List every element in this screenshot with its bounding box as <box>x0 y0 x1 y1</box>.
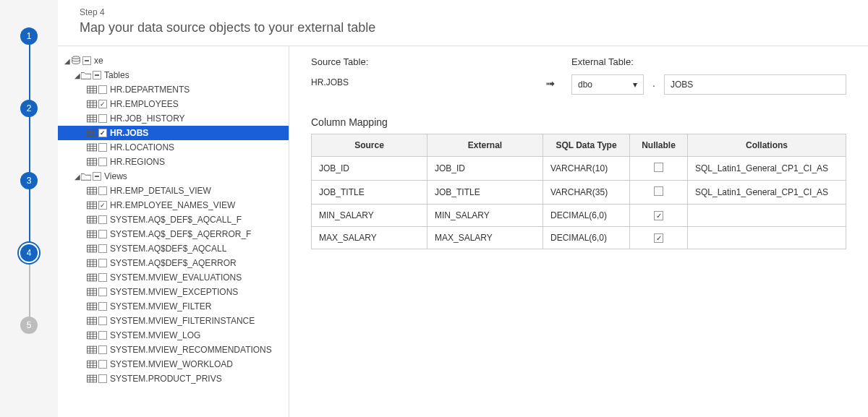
tree-checkbox[interactable] <box>98 143 107 152</box>
tree-item[interactable]: SYSTEM.AQ$DEF$_AQCALL <box>58 241 289 256</box>
nullable-checkbox[interactable] <box>654 211 663 220</box>
nullable-checkbox[interactable] <box>654 186 663 196</box>
tree-checkbox[interactable] <box>98 100 107 108</box>
cell-external[interactable]: MAX_SALARY <box>427 227 543 249</box>
step-1[interactable]: 1 <box>20 27 38 45</box>
col-header-external: External <box>427 134 543 157</box>
tree-checkbox[interactable] <box>82 56 91 65</box>
source-table-name: HR.JOBS <box>311 74 528 87</box>
cell-source[interactable]: JOB_TITLE <box>312 181 427 205</box>
tree-checkbox[interactable] <box>98 215 107 224</box>
table-row[interactable]: MIN_SALARYMIN_SALARYDECIMAL(6,0) <box>312 205 846 227</box>
svg-rect-96 <box>87 375 96 382</box>
tree-checkbox[interactable] <box>98 201 107 210</box>
tree-item[interactable]: SYSTEM.MVIEW_FILTERINSTANCE <box>58 314 289 328</box>
expand-toggle-icon[interactable]: ◢ <box>74 173 81 181</box>
tree-checkbox[interactable] <box>98 331 107 340</box>
tree-item[interactable]: HR.REGIONS <box>58 155 289 169</box>
tree-root-node[interactable]: ◢ xe <box>58 53 289 68</box>
tree-node-label: SYSTEM.PRODUCT_PRIVS <box>110 374 222 384</box>
cell-datatype[interactable]: DECIMAL(6,0) <box>543 205 630 227</box>
tree-group-node[interactable]: ◢Views <box>58 169 289 184</box>
tree-item[interactable]: SYSTEM.AQ$DEF$_AQERROR <box>58 256 289 270</box>
expand-toggle-icon[interactable]: ◢ <box>64 57 71 65</box>
svg-rect-6 <box>87 100 96 108</box>
tree-node-label: HR.EMPLOYEES <box>110 99 179 109</box>
tree-item[interactable]: SYSTEM.PRODUCT_PRIVS <box>58 371 289 386</box>
cell-source[interactable]: MIN_SALARY <box>312 205 427 227</box>
nullable-checkbox[interactable] <box>654 163 663 172</box>
tree-checkbox[interactable] <box>98 288 107 296</box>
tree-checkbox[interactable] <box>98 158 107 166</box>
tree-checkbox[interactable] <box>98 129 107 137</box>
cell-nullable[interactable] <box>630 227 688 249</box>
cell-collation[interactable] <box>688 205 846 227</box>
table-row[interactable]: JOB_TITLEJOB_TITLEVARCHAR(35)SQL_Latin1_… <box>312 181 846 205</box>
table-icon <box>87 316 97 326</box>
tree-checkbox[interactable] <box>98 85 107 94</box>
step-2[interactable]: 2 <box>20 100 38 117</box>
cell-source[interactable]: MAX_SALARY <box>312 227 427 249</box>
nullable-checkbox[interactable] <box>654 233 663 243</box>
tree-node-label: SYSTEM.MVIEW_LOG <box>110 330 200 340</box>
cell-collation[interactable]: SQL_Latin1_General_CP1_CI_AS <box>688 181 846 205</box>
tree-checkbox[interactable] <box>98 345 107 354</box>
cell-nullable[interactable] <box>630 205 688 227</box>
tree-checkbox[interactable] <box>98 360 107 369</box>
cell-external[interactable]: MIN_SALARY <box>427 205 543 227</box>
tree-checkbox[interactable] <box>98 317 107 325</box>
table-icon <box>87 287 97 297</box>
step-3[interactable]: 3 <box>20 172 38 189</box>
cell-collation[interactable]: SQL_Latin1_General_CP1_CI_AS <box>688 157 846 181</box>
tree-checkbox[interactable] <box>98 374 107 383</box>
cell-external[interactable]: JOB_ID <box>427 157 543 181</box>
table-row[interactable]: JOB_IDJOB_IDVARCHAR(10)SQL_Latin1_Genera… <box>312 157 846 181</box>
cell-external[interactable]: JOB_TITLE <box>427 181 543 205</box>
cell-nullable[interactable] <box>630 157 688 181</box>
cell-collation[interactable] <box>688 227 846 249</box>
tree-checkbox[interactable] <box>93 172 101 181</box>
expand-toggle-icon[interactable]: ◢ <box>74 72 81 79</box>
cell-datatype[interactable]: VARCHAR(35) <box>543 181 630 205</box>
tree-checkbox[interactable] <box>98 259 107 267</box>
tree-item[interactable]: SYSTEM.AQ$_DEF$_AQERROR_F <box>58 227 289 241</box>
step-5[interactable]: 5 <box>20 317 38 334</box>
svg-rect-51 <box>87 245 96 252</box>
tree-checkbox[interactable] <box>93 71 101 79</box>
table-icon <box>87 85 97 95</box>
col-header-collations: Collations <box>688 134 846 157</box>
tree-checkbox[interactable] <box>98 273 107 282</box>
tree-item[interactable]: HR.EMPLOYEE_NAMES_VIEW <box>58 198 289 212</box>
tree-item[interactable]: HR.EMP_DETAILS_VIEW <box>58 184 289 198</box>
tree-item[interactable]: SYSTEM.MVIEW_RECOMMENDATIONS <box>58 343 289 357</box>
tree-item[interactable]: SYSTEM.MVIEW_EXCEPTIONS <box>58 285 289 299</box>
external-table-input[interactable]: JOBS <box>664 74 846 95</box>
svg-rect-1 <box>87 86 96 93</box>
tree-checkbox[interactable] <box>98 230 107 238</box>
tree-item[interactable]: SYSTEM.MVIEW_FILTER <box>58 299 289 314</box>
schema-select[interactable]: dbo ▾ <box>571 74 644 95</box>
table-icon <box>87 99 97 109</box>
tree-checkbox[interactable] <box>98 244 107 253</box>
table-row[interactable]: MAX_SALARYMAX_SALARYDECIMAL(6,0) <box>312 227 846 249</box>
cell-datatype[interactable]: DECIMAL(6,0) <box>543 227 630 249</box>
tree-item[interactable]: HR.LOCATIONS <box>58 140 289 155</box>
tree-item[interactable]: HR.DEPARTMENTS <box>58 82 289 97</box>
tree-checkbox[interactable] <box>98 186 107 195</box>
tree-item[interactable]: HR.JOB_HISTORY <box>58 111 289 126</box>
tree-item[interactable]: SYSTEM.MVIEW_EVALUATIONS <box>58 270 289 285</box>
cell-source[interactable]: JOB_ID <box>312 157 427 181</box>
step-4[interactable]: 4 <box>20 244 38 262</box>
tree-checkbox[interactable] <box>98 302 107 311</box>
tree-group-node[interactable]: ◢Tables <box>58 68 289 82</box>
tree-item[interactable]: HR.EMPLOYEES <box>58 97 289 111</box>
tree-item[interactable]: SYSTEM.AQ$_DEF$_AQCALL_F <box>58 212 289 227</box>
tree-node-label: SYSTEM.MVIEW_EVALUATIONS <box>110 272 242 283</box>
source-object-tree[interactable]: ◢ xe ◢TablesHR.DEPARTMENTSHR.EMPLOYEESHR… <box>58 46 289 417</box>
cell-datatype[interactable]: VARCHAR(10) <box>543 157 630 181</box>
tree-item[interactable]: SYSTEM.MVIEW_LOG <box>58 328 289 343</box>
tree-checkbox[interactable] <box>98 114 107 123</box>
tree-item[interactable]: HR.JOBS <box>58 126 289 140</box>
cell-nullable[interactable] <box>630 181 688 205</box>
tree-item[interactable]: SYSTEM.MVIEW_WORKLOAD <box>58 357 289 371</box>
